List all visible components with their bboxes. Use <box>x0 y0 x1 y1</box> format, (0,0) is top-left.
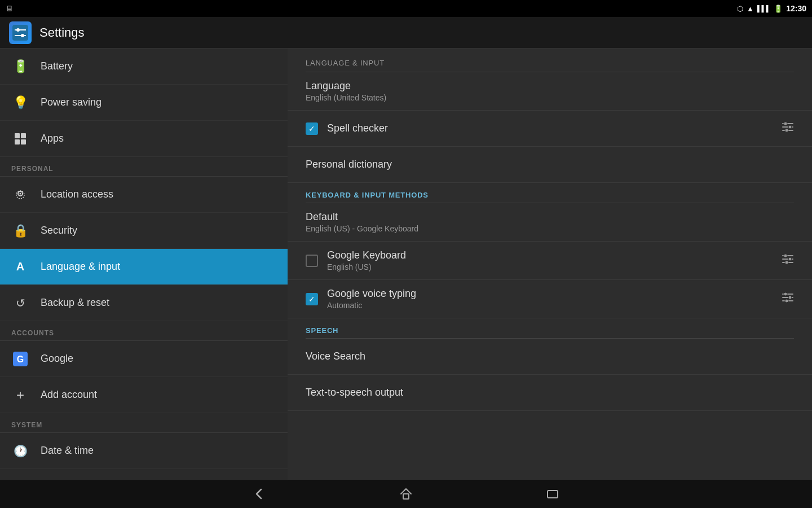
default-keyboard-item[interactable]: Default English (US) - Google Keyboard <box>288 203 812 242</box>
clock: 12:30 <box>786 4 806 13</box>
svg-rect-5 <box>15 133 20 138</box>
sidebar-item-language-input[interactable]: A Language & input <box>0 249 288 285</box>
accounts-section-header: ACCOUNTS <box>0 321 288 341</box>
svg-rect-0 <box>12 25 28 41</box>
content-section-title: Language & input <box>288 49 812 72</box>
personal-section-header: PERSONAL <box>0 157 288 177</box>
backup-icon: ↺ <box>11 294 29 312</box>
svg-point-10 <box>20 192 21 194</box>
apps-icon <box>11 130 29 148</box>
svg-point-25 <box>785 261 788 264</box>
status-right: ⬡ ▲ ▌▌▌ 🔋 12:30 <box>737 4 806 13</box>
google-keyboard-item[interactable]: Google Keyboard English (US) <box>288 242 812 280</box>
spell-checker-checkbox[interactable]: ✓ <box>306 122 318 135</box>
google-icon: G <box>11 350 29 368</box>
svg-rect-33 <box>548 491 558 498</box>
bluetooth-icon: ⬡ <box>737 5 743 13</box>
system-section-header: SYSTEM <box>0 413 288 433</box>
home-button[interactable] <box>395 483 417 505</box>
status-left: 🖥 <box>6 4 14 13</box>
text-to-speech-text: Text-to-speech output <box>306 387 794 398</box>
sidebar: 🔋 Battery 💡 Power saving Apps PERSONAL <box>0 49 288 480</box>
default-keyboard-text: Default English (US) - Google Keyboard <box>306 211 794 233</box>
google-voice-typing-settings-icon[interactable] <box>782 291 794 306</box>
add-account-icon: + <box>11 386 29 404</box>
recents-button[interactable] <box>541 483 564 505</box>
screen-icon: 🖥 <box>6 4 14 13</box>
svg-point-11 <box>16 191 24 199</box>
sidebar-item-apps[interactable]: Apps <box>0 121 288 157</box>
google-voice-typing-checkbox[interactable]: ✓ <box>306 293 318 305</box>
svg-point-19 <box>785 129 788 132</box>
voice-search-item[interactable]: Voice Search <box>288 339 812 375</box>
svg-point-18 <box>788 125 792 129</box>
svg-rect-6 <box>21 133 26 138</box>
google-keyboard-checkbox[interactable] <box>306 255 318 267</box>
svg-point-29 <box>784 292 787 296</box>
sidebar-item-date-time[interactable]: 🕐 Date & time <box>0 433 288 469</box>
power-saving-icon: 💡 <box>11 94 29 112</box>
personal-dictionary-item[interactable]: Personal dictionary <box>288 147 812 183</box>
language-item-text: Language English (United States) <box>306 80 794 102</box>
svg-text:G: G <box>17 354 24 364</box>
signal-icon: ▌▌▌ <box>757 5 770 12</box>
language-item[interactable]: Language English (United States) <box>288 72 812 111</box>
sidebar-item-add-account[interactable]: + Add account <box>0 377 288 413</box>
keyboard-section-label: KEYBOARD & INPUT METHODS <box>288 183 812 203</box>
content-panel: Language & input Language English (Unite… <box>288 49 812 480</box>
svg-point-2 <box>16 28 20 32</box>
svg-rect-8 <box>21 139 26 144</box>
sidebar-item-battery[interactable]: 🔋 Battery <box>0 49 288 85</box>
page-title: Settings <box>39 25 85 40</box>
text-to-speech-item[interactable]: Text-to-speech output <box>288 375 812 411</box>
security-icon: 🔒 <box>11 222 29 240</box>
battery-icon: 🔋 <box>774 5 783 13</box>
svg-point-23 <box>784 254 787 257</box>
svg-point-4 <box>21 34 24 37</box>
svg-point-24 <box>788 257 792 261</box>
google-voice-typing-item[interactable]: ✓ Google voice typing Automatic <box>288 280 812 318</box>
google-voice-typing-text: Google voice typing Automatic <box>327 288 773 310</box>
spell-checker-settings-icon[interactable] <box>782 121 794 136</box>
sidebar-item-security[interactable]: 🔒 Security <box>0 213 288 249</box>
svg-point-31 <box>785 299 788 303</box>
voice-search-text: Voice Search <box>306 351 794 362</box>
svg-rect-7 <box>15 139 20 144</box>
sidebar-item-google[interactable]: G Google <box>0 341 288 377</box>
sidebar-item-power-saving[interactable]: 💡 Power saving <box>0 85 288 121</box>
date-time-icon: 🕐 <box>11 442 29 460</box>
main-layout: 🔋 Battery 💡 Power saving Apps PERSONAL <box>0 49 812 480</box>
app-icon <box>9 21 32 44</box>
personal-dictionary-text: Personal dictionary <box>306 159 794 170</box>
spell-checker-text: Spell checker <box>327 122 773 134</box>
svg-point-17 <box>784 122 787 125</box>
bottom-nav-bar <box>0 480 812 508</box>
sidebar-item-accessibility[interactable]: ✋ Accessibility <box>0 469 288 480</box>
back-button[interactable] <box>248 483 271 505</box>
wifi-icon: ▲ <box>747 5 754 13</box>
sidebar-item-backup-reset[interactable]: ↺ Backup & reset <box>0 285 288 321</box>
battery-sidebar-icon: 🔋 <box>11 58 29 76</box>
status-bar: 🖥 ⬡ ▲ ▌▌▌ 🔋 12:30 <box>0 0 812 17</box>
spell-checker-item[interactable]: ✓ Spell checker <box>288 111 812 147</box>
accessibility-icon: ✋ <box>11 478 29 480</box>
title-bar: Settings <box>0 17 812 49</box>
sidebar-item-location-access[interactable]: Location access <box>0 177 288 213</box>
svg-rect-32 <box>403 494 409 499</box>
location-icon <box>11 186 29 204</box>
google-keyboard-settings-icon[interactable] <box>782 253 794 268</box>
svg-point-30 <box>788 296 792 299</box>
language-icon: A <box>11 258 29 276</box>
speech-section-label: SPEECH <box>288 318 812 338</box>
google-keyboard-text: Google Keyboard English (US) <box>327 249 773 271</box>
